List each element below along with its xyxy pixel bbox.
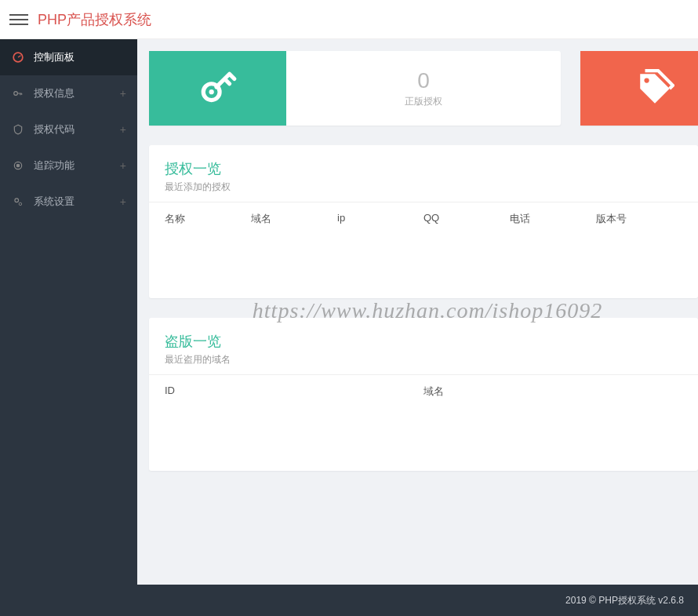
sidebar-item-tracking[interactable]: 追踪功能 + bbox=[0, 148, 137, 184]
target-icon bbox=[12, 159, 24, 172]
svg-point-5 bbox=[19, 202, 22, 206]
column-header: 电话 bbox=[510, 212, 596, 226]
svg-point-8 bbox=[644, 78, 649, 82]
column-header: 版本号 bbox=[596, 212, 682, 226]
expand-icon: + bbox=[120, 195, 126, 208]
stat-row: 0 正版授权 bbox=[149, 51, 698, 126]
sidebar-item-label: 追踪功能 bbox=[34, 159, 75, 173]
tags-icon bbox=[580, 51, 698, 126]
brand-title: PHP产品授权系统 bbox=[38, 10, 151, 29]
sidebar-item-settings[interactable]: 系统设置 + bbox=[0, 184, 137, 220]
svg-point-3 bbox=[16, 164, 20, 167]
svg-point-7 bbox=[209, 89, 213, 94]
shield-icon bbox=[12, 123, 24, 136]
column-header: ID bbox=[165, 385, 424, 399]
cogs-icon bbox=[12, 195, 24, 208]
table-header-row: 名称 域名 ip QQ 电话 版本号 bbox=[149, 202, 698, 235]
footer: 2019 © PHP授权系统 v2.6.8 bbox=[0, 585, 698, 616]
panel-head: 授权一览 最近添加的授权 bbox=[149, 145, 698, 202]
column-header: QQ bbox=[424, 212, 510, 226]
sidebar-item-dashboard[interactable]: 控制面板 bbox=[0, 39, 137, 75]
panel-title: 盗版一览 bbox=[165, 332, 682, 351]
expand-icon: + bbox=[120, 87, 126, 100]
key-icon bbox=[12, 87, 24, 100]
panel-subtitle: 最近添加的授权 bbox=[165, 180, 682, 194]
table-empty-body bbox=[149, 408, 698, 471]
dashboard-icon bbox=[12, 51, 24, 64]
column-header: 域名 bbox=[251, 212, 337, 226]
column-header: 名称 bbox=[165, 212, 251, 226]
auth-table: 名称 域名 ip QQ 电话 版本号 bbox=[149, 202, 698, 298]
sidebar-item-label: 系统设置 bbox=[34, 195, 75, 209]
sidebar-item-label: 授权信息 bbox=[34, 86, 75, 100]
panel-title: 授权一览 bbox=[165, 159, 682, 178]
column-header: 域名 bbox=[424, 385, 682, 399]
sidebar-item-label: 授权代码 bbox=[34, 122, 75, 137]
stat-value: 0 bbox=[417, 68, 430, 93]
table-header-row: ID 域名 bbox=[149, 374, 698, 408]
expand-icon: + bbox=[120, 159, 126, 172]
table-empty-body bbox=[149, 235, 698, 298]
svg-point-1 bbox=[14, 92, 18, 96]
column-header: ip bbox=[337, 212, 424, 226]
menu-toggle-button[interactable] bbox=[9, 10, 28, 29]
footer-text: 2019 © PHP授权系统 v2.6.8 bbox=[565, 594, 684, 607]
panel-auth-list: 授权一览 最近添加的授权 名称 域名 ip QQ 电话 版本号 bbox=[149, 145, 698, 298]
brand-prefix: PHP bbox=[38, 12, 67, 27]
sidebar-item-auth-info[interactable]: 授权信息 + bbox=[0, 75, 137, 111]
key-icon bbox=[149, 51, 286, 126]
stat-card-authorized[interactable]: 0 正版授权 bbox=[149, 51, 561, 126]
sidebar-item-auth-code[interactable]: 授权代码 + bbox=[0, 111, 137, 148]
expand-icon: + bbox=[120, 123, 126, 136]
sidebar: 控制面板 授权信息 + 授权代码 + 追踪功能 + bbox=[0, 39, 137, 585]
stat-body: 0 正版授权 bbox=[286, 51, 561, 126]
pirate-table: ID 域名 bbox=[149, 374, 698, 471]
panel-head: 盗版一览 最近盗用的域名 bbox=[149, 318, 698, 374]
stat-card-tags[interactable] bbox=[580, 51, 698, 126]
main-content: 0 正版授权 授权一览 最近添加的授权 名称 域名 ip QQ bbox=[137, 39, 698, 585]
panel-subtitle: 最近盗用的域名 bbox=[165, 353, 682, 366]
brand-suffix: 产品授权系统 bbox=[67, 12, 151, 27]
sidebar-item-label: 控制面板 bbox=[34, 50, 75, 64]
stat-label: 正版授权 bbox=[405, 95, 442, 108]
panel-pirate-list: 盗版一览 最近盗用的域名 ID 域名 bbox=[149, 318, 698, 471]
topbar: PHP产品授权系统 bbox=[0, 0, 698, 39]
svg-point-4 bbox=[15, 199, 19, 202]
